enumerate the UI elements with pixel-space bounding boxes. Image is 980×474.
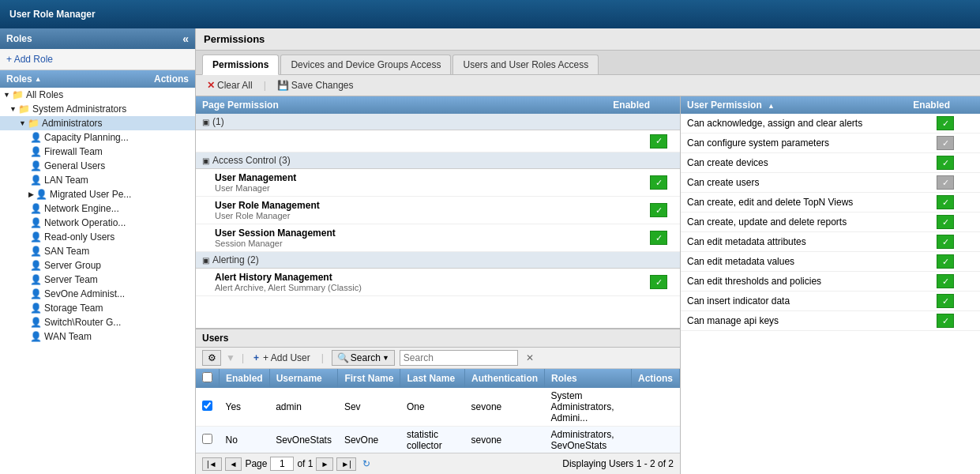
enabled-checkbox[interactable]: ✓: [650, 175, 667, 190]
user-perm-checkbox[interactable]: ✓: [937, 195, 954, 209]
sidebar-tree-item[interactable]: 👤Switch\Router G...: [0, 315, 195, 329]
split-pane: Page Permission Enabled ▣ (1)✓▣ Access C…: [196, 96, 980, 474]
prev-page-button[interactable]: ◄: [225, 457, 242, 471]
sidebar-tree-item[interactable]: 👤Read-only Users: [0, 230, 195, 244]
sidebar-tree-item[interactable]: 👤Server Team: [0, 273, 195, 287]
gear-button[interactable]: ⚙: [202, 350, 221, 366]
user-perm-checkbox[interactable]: ✓: [937, 314, 954, 328]
last-page-button[interactable]: ►|: [336, 457, 356, 471]
tree-item-label: WAN Team: [44, 331, 92, 342]
plus-icon: +: [253, 352, 259, 363]
perm-desc: User Role Manager: [215, 211, 320, 220]
search-dropdown-button[interactable]: 🔍 Search ▼: [332, 350, 395, 366]
tabs-bar: PermissionsDevices and Device Groups Acc…: [196, 51, 980, 75]
permissions-section-header: Permissions: [196, 28, 980, 51]
user-perm-checkbox[interactable]: ✓: [937, 156, 954, 170]
tree-item-label: Server Team: [44, 274, 98, 285]
enabled-checkbox[interactable]: ✓: [650, 275, 667, 289]
user-perm-checkbox[interactable]: ✓: [937, 116, 954, 130]
sidebar-tree-item[interactable]: 👤General Users: [0, 159, 195, 173]
user-permissions-scroll[interactable]: Can acknowledge, assign and clear alerts…: [681, 114, 980, 474]
sort-arrow-icon: ▲: [35, 75, 42, 83]
row-checkbox[interactable]: [202, 401, 212, 411]
users-col-header[interactable]: [196, 369, 220, 388]
sidebar-collapse-button[interactable]: «: [182, 32, 189, 45]
clear-all-button[interactable]: ✕ Clear All: [202, 78, 257, 92]
user-perm-checkbox[interactable]: ✓: [937, 254, 954, 269]
save-changes-button[interactable]: 💾 Save Changes: [272, 78, 359, 92]
page-number-input[interactable]: [270, 457, 294, 471]
sidebar-tree-item[interactable]: ▼ 📁Administrators: [0, 116, 195, 130]
add-role-button[interactable]: + Add Role: [6, 54, 53, 65]
search-input[interactable]: [400, 350, 518, 366]
sidebar-tree-item[interactable]: 👤Network Engine...: [0, 201, 195, 216]
row-actions: [631, 427, 679, 453]
sidebar-tree-item[interactable]: ▶ 👤Migrated User Pe...: [0, 187, 195, 201]
row-checkbox-cell[interactable]: [196, 388, 220, 427]
row-checkbox-cell[interactable]: [196, 427, 220, 453]
tree-item-label: Server Group: [44, 260, 101, 271]
row-enabled: Yes: [220, 388, 270, 427]
clear-search-button[interactable]: ✕: [523, 352, 537, 363]
users-section-header: Users: [196, 329, 680, 348]
section-label: Alerting (2): [212, 254, 259, 265]
user-perm-checkbox[interactable]: ✓: [937, 215, 954, 229]
user-perm-checkbox[interactable]: ✓: [937, 175, 954, 190]
refresh-icon[interactable]: ↻: [362, 458, 370, 469]
user-perm-checkbox[interactable]: ✓: [937, 136, 954, 150]
tree-item-label: Migrated User Pe...: [50, 189, 131, 200]
user-perm-label: Can create, edit and delete TopN Views: [687, 197, 930, 208]
sidebar-tree-item[interactable]: 👤Network Operatio...: [0, 216, 195, 230]
sidebar-tree-item[interactable]: 👤Firewall Team: [0, 145, 195, 159]
users-col-header[interactable]: Last Name: [400, 369, 465, 388]
users-col-header[interactable]: Roles: [545, 369, 632, 388]
app-header: User Role Manager: [0, 0, 980, 28]
tab-users-roles[interactable]: Users and User Roles Access: [452, 55, 599, 74]
page-permissions-scroll[interactable]: ▣ (1)✓▣ Access Control (3) User Manageme…: [196, 114, 680, 328]
sidebar-tree-item[interactable]: ▼ 📁System Administrators: [0, 102, 195, 116]
perm-section-header[interactable]: ▣ (1): [196, 114, 680, 130]
row-lastname: statistic collector: [400, 427, 465, 453]
users-col-header[interactable]: Authentication: [465, 369, 545, 388]
sidebar-tree-item[interactable]: 👤SevOne Administ...: [0, 287, 195, 301]
first-page-button[interactable]: |◄: [202, 457, 222, 471]
pagination-controls: |◄ ◄ Page of 1 ► ►| ↻: [202, 457, 370, 471]
sidebar-tree-item[interactable]: 👤SAN Team: [0, 244, 195, 258]
sidebar-tree-item[interactable]: 👤Capacity Planning...: [0, 130, 195, 145]
users-col-header[interactable]: Username: [269, 369, 338, 388]
next-page-button[interactable]: ►: [316, 457, 333, 471]
page-permission-label: Page Permission: [202, 100, 279, 111]
page-permission-enabled-label: Enabled: [613, 100, 674, 111]
tree-item-label: Storage Team: [44, 303, 103, 314]
sidebar-tree-item[interactable]: 👤Server Group: [0, 258, 195, 273]
users-col-header[interactable]: Enabled: [220, 369, 270, 388]
user-perm-label: Can edit metadata values: [687, 256, 930, 267]
enabled-checkbox[interactable]: ✓: [650, 231, 667, 245]
sidebar-tree-item[interactable]: ▼ 📁All Roles: [0, 88, 195, 102]
tab-devices[interactable]: Devices and Device Groups Access: [280, 55, 451, 74]
user-perm-checkbox[interactable]: ✓: [937, 294, 954, 308]
tab-permissions[interactable]: Permissions: [202, 55, 279, 75]
enabled-checkbox[interactable]: ✓: [650, 134, 667, 149]
roles-col-label: Roles: [6, 73, 32, 85]
enabled-checkbox[interactable]: ✓: [650, 203, 667, 217]
perm-desc: Alert Archive, Alert Summary (Classic): [215, 283, 362, 292]
row-checkbox[interactable]: [202, 434, 212, 444]
user-role-icon: 👤: [30, 274, 42, 285]
user-role-icon: 👤: [30, 160, 42, 171]
user-perm-row: Can create devices ✓: [681, 153, 980, 173]
user-perm-checkbox[interactable]: ✓: [937, 274, 954, 288]
perm-section-header[interactable]: ▣ Access Control (3): [196, 152, 680, 169]
page-permissions-pane: Page Permission Enabled ▣ (1)✓▣ Access C…: [196, 96, 680, 474]
sidebar-tree-item[interactable]: 👤LAN Team: [0, 173, 195, 187]
perm-section-header[interactable]: ▣ Alerting (2): [196, 252, 680, 269]
users-col-header[interactable]: Actions: [631, 369, 679, 388]
users-col-header[interactable]: First Name: [338, 369, 400, 388]
add-user-button[interactable]: + + Add User: [250, 351, 314, 365]
sidebar-tree-item[interactable]: 👤Storage Team: [0, 301, 195, 315]
user-perm-checkbox[interactable]: ✓: [937, 235, 954, 249]
sidebar-tree-item[interactable]: 👤WAN Team: [0, 329, 195, 344]
users-table: EnabledUsernameFirst NameLast NameAuthen…: [196, 369, 680, 453]
select-all-checkbox[interactable]: [202, 372, 212, 382]
perm-name: User Management: [215, 172, 296, 183]
